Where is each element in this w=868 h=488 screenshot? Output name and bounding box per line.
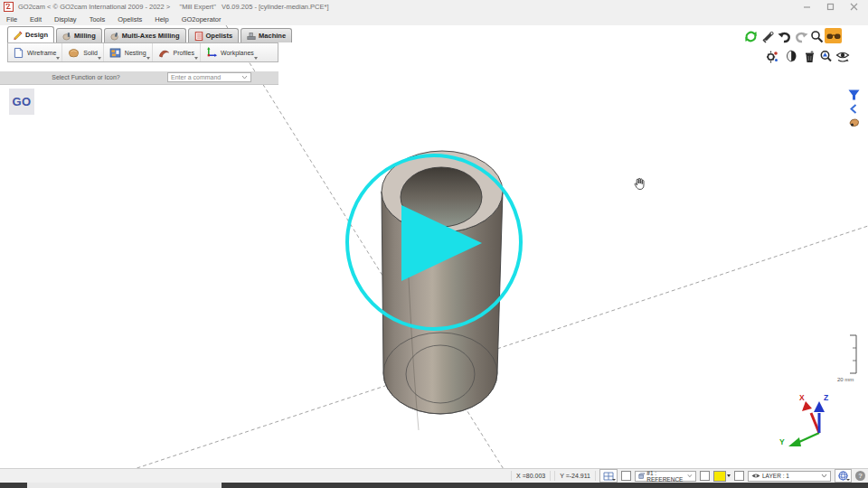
tab-multi-axes-milling[interactable]: Multi-Axes Milling	[104, 28, 186, 42]
hand-cursor-icon	[635, 178, 644, 189]
tab-opelists[interactable]: Opelists	[188, 28, 240, 42]
scene-canvas[interactable]: 20 mm X Z Y	[0, 25, 868, 468]
machine-icon	[247, 32, 256, 41]
viewport[interactable]: 20 mm X Z Y Design Mill	[0, 25, 868, 468]
command-input[interactable]: Enter a command	[167, 72, 251, 82]
wireframe-icon	[14, 47, 24, 59]
machining-tools-button[interactable]	[764, 49, 778, 63]
current-color-swatch[interactable]	[713, 471, 726, 482]
chevron-down-icon[interactable]	[254, 57, 258, 60]
command-bar: Select Function or Icon? Enter a command	[0, 71, 278, 85]
measure-button[interactable]	[760, 29, 775, 43]
machining-tools-icon	[765, 50, 778, 63]
tool-label: Nesting	[125, 50, 146, 56]
help-button[interactable]: ?	[855, 471, 865, 481]
zoom-window-icon	[819, 50, 833, 63]
layer-eye-icon	[751, 473, 760, 479]
cylinder-model[interactable]	[382, 151, 503, 430]
x-coordinate: X =80.003	[511, 471, 551, 481]
workplanes-icon	[206, 47, 217, 58]
menu-opelists[interactable]: Opelists	[111, 15, 148, 23]
menu-edit[interactable]: Edit	[24, 15, 48, 23]
nesting-icon	[109, 48, 121, 58]
glasses-icon	[826, 32, 841, 41]
y-coordinate: Y =-24.911	[554, 471, 596, 481]
grid-button[interactable]	[599, 469, 618, 483]
profiles-icon	[158, 48, 170, 58]
zoom-window-button[interactable]	[818, 49, 833, 63]
chevron-down-icon	[241, 75, 248, 80]
tool-label: Workplanes	[221, 50, 254, 56]
go-logo[interactable]: GO	[9, 89, 34, 115]
tab-milling[interactable]: Milling	[56, 28, 102, 42]
clean-button[interactable]	[802, 49, 816, 63]
command-placeholder: Enter a command	[171, 74, 221, 80]
chevron-down-icon	[846, 479, 850, 481]
tool-wireframe[interactable]: Wireframe	[8, 43, 62, 61]
reference-checkbox[interactable]	[700, 471, 710, 481]
status-bar: X =80.003 Y =-24.911 #1 : REFERENCE LAYE…	[0, 468, 868, 483]
eye-rotate-button[interactable]	[835, 49, 850, 63]
caliper-icon	[761, 30, 775, 43]
milling-icon	[62, 32, 71, 41]
chevron-down-icon[interactable]	[56, 57, 60, 60]
grid-checkbox[interactable]	[621, 471, 631, 481]
close-button[interactable]	[848, 3, 859, 12]
zoom-icon	[810, 30, 824, 43]
tool-workplanes[interactable]: Workplanes	[201, 43, 259, 61]
video-progress-bar[interactable]	[0, 483, 868, 488]
chevron-down-icon[interactable]	[146, 57, 150, 60]
tool-label: Profiles	[174, 50, 194, 56]
axis-x-label: X	[799, 393, 805, 402]
tab-label: Machine	[259, 32, 286, 40]
design-tool-panel: Wireframe Solid Nesting Profiles	[7, 42, 278, 62]
opelists-icon	[194, 32, 203, 41]
design-icon	[14, 31, 23, 40]
menu-tools[interactable]: Tools	[83, 15, 112, 23]
view-sphere-button[interactable]	[835, 469, 852, 483]
collapse-chevron-icon	[850, 104, 857, 114]
tool-label: Wireframe	[27, 50, 56, 56]
chevron-down-icon[interactable]	[194, 57, 198, 60]
reference-value: #1 : REFERENCE	[646, 470, 685, 483]
tool-solid[interactable]: Solid	[62, 43, 104, 61]
color-picker[interactable]	[713, 471, 731, 482]
chevron-down-icon[interactable]	[98, 57, 101, 60]
reference-select[interactable]: #1 : REFERENCE	[635, 471, 696, 482]
redo-button[interactable]	[794, 29, 808, 43]
layer-checkbox[interactable]	[734, 471, 744, 481]
material-button[interactable]	[846, 116, 861, 128]
minimize-button[interactable]	[801, 3, 812, 12]
menu-go2operator[interactable]: GO2operator	[175, 15, 228, 23]
chevron-down-icon[interactable]	[727, 474, 731, 477]
title-bar: GO2cam < © GO2cam International 2009 - 2…	[0, 0, 868, 14]
solid-icon	[68, 47, 80, 58]
menu-file[interactable]: File	[0, 15, 24, 23]
window-title: GO2cam < © GO2cam International 2009 - 2…	[18, 3, 329, 11]
multi-axes-milling-icon	[110, 32, 119, 41]
scale-ruler: 20 mm	[837, 335, 856, 382]
tab-design[interactable]: Design	[7, 26, 54, 42]
redo-icon	[795, 30, 808, 43]
layer-select[interactable]: LAYER : 1	[748, 471, 831, 482]
tool-nesting[interactable]: Nesting	[104, 43, 153, 61]
reference-cube-icon	[638, 472, 645, 480]
undo-button[interactable]	[777, 29, 791, 43]
command-prompt-label: Select Function or Icon?	[36, 74, 136, 80]
eraser-button[interactable]	[784, 49, 798, 63]
menu-display[interactable]: Display	[48, 15, 83, 23]
refresh-button[interactable]	[743, 29, 758, 43]
menu-help[interactable]: Help	[148, 15, 175, 23]
eraser-icon	[786, 50, 797, 62]
maximize-button[interactable]	[825, 3, 835, 12]
tab-label: Milling	[74, 32, 96, 40]
chevron-down-icon	[821, 474, 827, 478]
view-glasses-button[interactable]	[825, 28, 842, 43]
chevron-down-icon	[687, 474, 693, 478]
collapse-panel-button[interactable]	[848, 103, 859, 115]
tool-profiles[interactable]: Profiles	[153, 43, 201, 61]
tab-machine[interactable]: Machine	[241, 28, 292, 42]
filter-button[interactable]	[846, 88, 861, 101]
tab-label: Multi-Axes Milling	[122, 32, 180, 40]
zoom-button[interactable]	[809, 29, 824, 43]
